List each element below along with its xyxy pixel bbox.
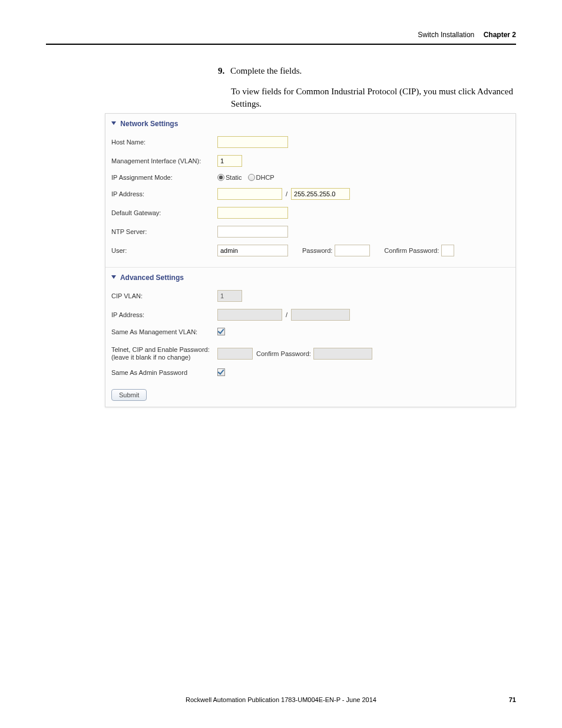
same-mgmt-label: Same As Management VLAN: bbox=[111, 328, 217, 335]
submit-button[interactable]: Submit bbox=[111, 389, 147, 401]
chevron-down-icon bbox=[111, 275, 116, 279]
chapter-label: Chapter 2 bbox=[484, 31, 516, 39]
step-note: To view fields for Common Industrial Pro… bbox=[231, 85, 516, 110]
advanced-settings-form: CIP VLAN: IP Address: / Same As Manageme… bbox=[105, 284, 515, 383]
footer-publication: Rockwell Automation Publication 1783-UM0… bbox=[46, 696, 516, 703]
gateway-input[interactable] bbox=[217, 207, 288, 219]
step-text: Complete the fields. bbox=[230, 66, 302, 75]
vlan-input[interactable] bbox=[217, 155, 242, 167]
tcep-confirm-input bbox=[313, 348, 372, 360]
vlan-label: Management Interface (VLAN): bbox=[111, 157, 217, 164]
user-input[interactable] bbox=[217, 245, 288, 256]
adv-subnet-input bbox=[291, 309, 350, 321]
step-number: 9. bbox=[218, 66, 224, 75]
instruction-block: 9. Complete the fields. To view fields f… bbox=[218, 65, 516, 110]
radio-static-label: Static bbox=[226, 174, 242, 181]
page-header: Switch Installation Chapter 2 bbox=[418, 31, 516, 39]
host-name-input[interactable] bbox=[217, 136, 288, 148]
chevron-down-icon bbox=[111, 121, 116, 125]
tcep-label-line1: Telnet, CIP and Enable Password: bbox=[111, 346, 210, 353]
cip-vlan-label: CIP VLAN: bbox=[111, 292, 217, 299]
page-number: 71 bbox=[509, 696, 516, 703]
advanced-settings-title: Advanced Settings bbox=[120, 274, 184, 282]
adv-ip-address-input bbox=[217, 309, 282, 321]
same-admin-checkbox[interactable] bbox=[217, 368, 225, 376]
cip-vlan-input bbox=[217, 290, 242, 302]
radio-dhcp[interactable] bbox=[248, 174, 255, 181]
slash-separator: / bbox=[286, 190, 287, 197]
network-settings-form: Host Name: Management Interface (VLAN): … bbox=[105, 130, 515, 263]
radio-static[interactable] bbox=[217, 174, 224, 181]
ip-address-input[interactable] bbox=[217, 188, 282, 200]
radio-dhcp-label: DHCP bbox=[256, 174, 275, 181]
section-title: Switch Installation bbox=[418, 31, 474, 39]
ntp-input[interactable] bbox=[217, 226, 288, 238]
settings-panel: Network Settings Host Name: Management I… bbox=[105, 113, 516, 407]
network-settings-header[interactable]: Network Settings bbox=[105, 114, 515, 130]
subnet-input[interactable] bbox=[291, 188, 350, 200]
confirm-password-label: Confirm Password: bbox=[384, 247, 439, 254]
tcep-confirm-label: Confirm Password: bbox=[256, 350, 311, 357]
password-label: Password: bbox=[302, 247, 332, 254]
confirm-password-input[interactable] bbox=[441, 245, 454, 256]
ip-address-label: IP Address: bbox=[111, 190, 217, 197]
advanced-settings-header[interactable]: Advanced Settings bbox=[105, 268, 515, 284]
ntp-label: NTP Server: bbox=[111, 228, 217, 235]
tcep-password-input bbox=[217, 348, 253, 360]
gateway-label: Default Gateway: bbox=[111, 209, 217, 216]
host-name-label: Host Name: bbox=[111, 139, 217, 146]
adv-ip-address-label: IP Address: bbox=[111, 311, 217, 318]
ip-mode-label: IP Assignment Mode: bbox=[111, 174, 217, 181]
network-settings-title: Network Settings bbox=[120, 120, 178, 128]
same-mgmt-checkbox[interactable] bbox=[217, 328, 225, 335]
same-admin-label: Same As Admin Password bbox=[111, 369, 217, 376]
user-label: User: bbox=[111, 247, 217, 254]
password-input[interactable] bbox=[335, 245, 370, 256]
header-rule bbox=[46, 44, 516, 45]
tcep-label-line2: (leave it blank if no change) bbox=[111, 354, 191, 361]
slash-separator: / bbox=[286, 311, 287, 318]
tcep-label: Telnet, CIP and Enable Password: (leave … bbox=[111, 346, 217, 361]
